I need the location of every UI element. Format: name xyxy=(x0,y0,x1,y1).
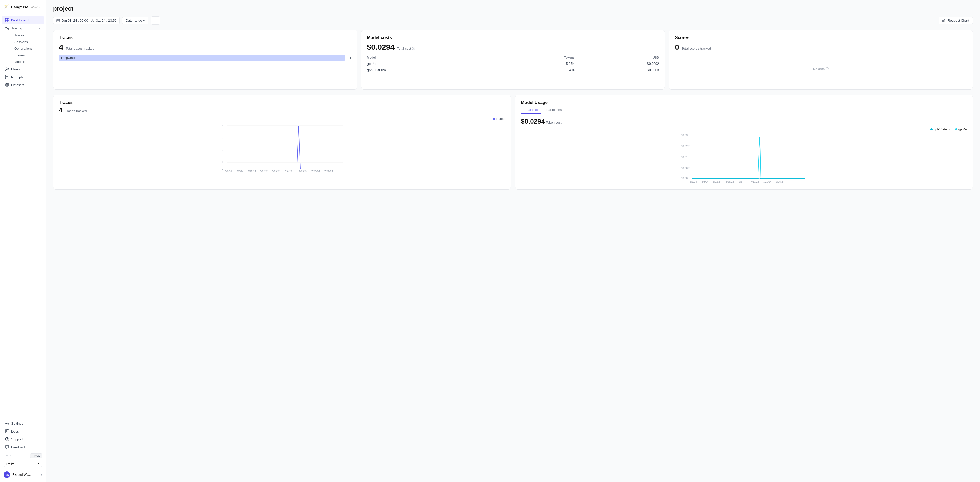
sidebar-bottom: Settings Docs Support Feedback xyxy=(0,417,46,482)
user-section[interactable]: RW Richard Wa... ▾ xyxy=(0,469,46,480)
svg-text:7/13/24: 7/13/24 xyxy=(299,170,307,173)
gpt4o-legend-dot xyxy=(955,128,957,130)
model-costs-table: Model Tokens USD gpt-4o 5.07K $0.0292 gp… xyxy=(367,55,659,73)
svg-rect-2 xyxy=(5,21,7,22)
svg-text:6/1/24: 6/1/24 xyxy=(225,170,232,173)
svg-rect-12 xyxy=(943,20,943,22)
sidebar-logo: 🪄 Langfuse v2.57.0 ↑ xyxy=(0,0,46,14)
svg-text:6/8/24: 6/8/24 xyxy=(702,180,709,183)
model-usage-tabs: Total cost Total tokens xyxy=(521,106,967,114)
sidebar-item-prompts-label: Prompts xyxy=(11,75,24,79)
tab-total-tokens[interactable]: Total tokens xyxy=(541,106,565,114)
project-name: project xyxy=(6,461,16,465)
sidebar-item-feedback[interactable]: Feedback xyxy=(2,443,44,451)
traces-label: Total traces tracked xyxy=(65,47,94,51)
sidebar-item-datasets[interactable]: Datasets xyxy=(2,81,44,89)
svg-text:7/13/24: 7/13/24 xyxy=(751,180,759,183)
traces-bar-section: LangGraph 4 xyxy=(59,55,351,61)
sidebar-item-users[interactable]: Users xyxy=(2,65,44,73)
svg-text:$0.0075: $0.0075 xyxy=(681,167,690,170)
model-tokens-gpt4o: 5.07K xyxy=(501,60,575,67)
date-picker-button[interactable]: Jun 01, 24 : 00:00 - Jul 31, 24 : 23:59 xyxy=(53,17,120,24)
col-tokens: Tokens xyxy=(501,55,575,60)
user-chevron-icon: ▾ xyxy=(41,473,42,476)
no-data-info-icon[interactable]: ⓘ xyxy=(826,67,829,71)
svg-point-7 xyxy=(6,423,8,424)
traces-chart-count: 4 xyxy=(59,106,62,114)
project-selector[interactable]: project ▾ xyxy=(3,460,42,467)
svg-text:6/29/24: 6/29/24 xyxy=(725,180,734,183)
traces-legend-dot xyxy=(493,118,495,120)
model-usage-legend: gpt-3.5-turbo gpt-4o xyxy=(521,127,967,131)
main-content: project Jun 01, 24 : 00:00 - Jul 31, 24 … xyxy=(46,0,980,482)
sidebar-item-generations[interactable]: Generations xyxy=(11,45,44,52)
sidebar-item-dashboard[interactable]: Dashboard xyxy=(2,16,44,24)
traces-chart-count-label: Traces tracked xyxy=(65,109,87,113)
traces-legend: Traces xyxy=(59,117,505,121)
svg-text:0: 0 xyxy=(222,167,223,170)
svg-rect-9 xyxy=(7,430,9,433)
sidebar-item-sessions[interactable]: Sessions xyxy=(11,39,44,45)
svg-rect-11 xyxy=(57,19,60,22)
request-chart-button[interactable]: Request Chart xyxy=(939,17,973,24)
sidebar-item-support[interactable]: Support xyxy=(2,435,44,443)
table-row: gpt-3.5-turbo 494 $0.0003 xyxy=(367,67,659,73)
model-costs-info-icon[interactable]: ⓘ xyxy=(412,47,415,51)
date-range-dropdown[interactable]: Date range ▾ xyxy=(122,17,148,24)
svg-rect-1 xyxy=(7,18,9,20)
sidebar-item-scores[interactable]: Scores xyxy=(11,52,44,59)
sidebar-item-models[interactable]: Models xyxy=(11,59,44,65)
new-project-button[interactable]: + New xyxy=(30,453,42,458)
traces-legend-label: Traces xyxy=(496,117,505,121)
model-usd-gpt4o: $0.0292 xyxy=(574,60,659,67)
svg-text:7/27/24: 7/27/24 xyxy=(325,170,333,173)
sidebar-item-datasets-label: Datasets xyxy=(11,83,24,87)
traces-stat-card: Traces 4 Total traces tracked LangGraph … xyxy=(53,30,357,89)
sidebar-item-feedback-label: Feedback xyxy=(11,445,26,449)
model-costs-title: Model costs xyxy=(367,35,659,40)
tracing-chevron-icon: ▼ xyxy=(38,27,41,30)
sidebar-item-settings-label: Settings xyxy=(11,422,23,425)
sidebar-item-prompts[interactable]: Prompts xyxy=(2,73,44,81)
svg-rect-14 xyxy=(945,19,946,22)
toolbar: Jun 01, 24 : 00:00 - Jul 31, 24 : 23:59 … xyxy=(53,16,973,25)
bottom-row: Traces 4 Traces tracked Traces 4 3 2 1 0 xyxy=(53,95,973,190)
sidebar: 🪄 Langfuse v2.57.0 ↑ Dashboard Tracing ▼ xyxy=(0,0,46,482)
sidebar-item-users-label: Users xyxy=(11,67,20,71)
traces-svg-chart: 4 3 2 1 0 6/1/24 6/ xyxy=(59,122,505,173)
traces-chart-title: Traces xyxy=(59,100,505,105)
sidebar-item-docs-label: Docs xyxy=(11,430,19,433)
stats-row: Traces 4 Total traces tracked LangGraph … xyxy=(53,30,973,89)
date-range-label: Date range xyxy=(126,19,142,22)
page-title: project xyxy=(53,5,973,12)
svg-rect-3 xyxy=(7,21,9,22)
model-usage-chart-area: $0.03 $0.0225 $0.015 $0.0075 $0.00 xyxy=(521,133,967,184)
svg-point-4 xyxy=(6,68,7,69)
col-usd: USD xyxy=(574,55,659,60)
svg-text:6/22/24: 6/22/24 xyxy=(260,170,269,173)
tracing-icon xyxy=(5,26,9,30)
sidebar-item-dashboard-label: Dashboard xyxy=(11,18,29,22)
filter-button[interactable] xyxy=(151,16,160,25)
traces-card-title: Traces xyxy=(59,35,351,40)
sidebar-item-traces[interactable]: Traces xyxy=(11,32,44,38)
sidebar-item-tracing[interactable]: Tracing ▼ xyxy=(2,24,44,32)
svg-text:3: 3 xyxy=(222,136,223,140)
scores-label: Total scores tracked xyxy=(682,47,711,51)
app-logo-icon: 🪄 xyxy=(3,4,9,10)
sidebar-item-settings[interactable]: Settings xyxy=(2,420,44,427)
svg-text:7/25/24: 7/25/24 xyxy=(776,180,784,183)
svg-text:4: 4 xyxy=(222,124,223,127)
svg-point-10 xyxy=(5,438,9,441)
svg-rect-13 xyxy=(944,20,945,22)
tracing-sub-nav: Traces Sessions Generations Scores Model… xyxy=(0,32,46,65)
sidebar-item-docs[interactable]: Docs xyxy=(2,427,44,435)
svg-text:2: 2 xyxy=(222,148,223,152)
chart-bar-icon xyxy=(942,19,946,22)
user-avatar: RW xyxy=(3,471,10,478)
model-name-gpt4o: gpt-4o xyxy=(367,60,501,67)
model-name-gpt35: gpt-3.5-turbo xyxy=(367,67,501,73)
tab-total-cost[interactable]: Total cost xyxy=(521,106,541,114)
traces-chart-area: 4 3 2 1 0 6/1/24 6/ xyxy=(59,122,505,174)
docs-icon xyxy=(5,429,9,433)
